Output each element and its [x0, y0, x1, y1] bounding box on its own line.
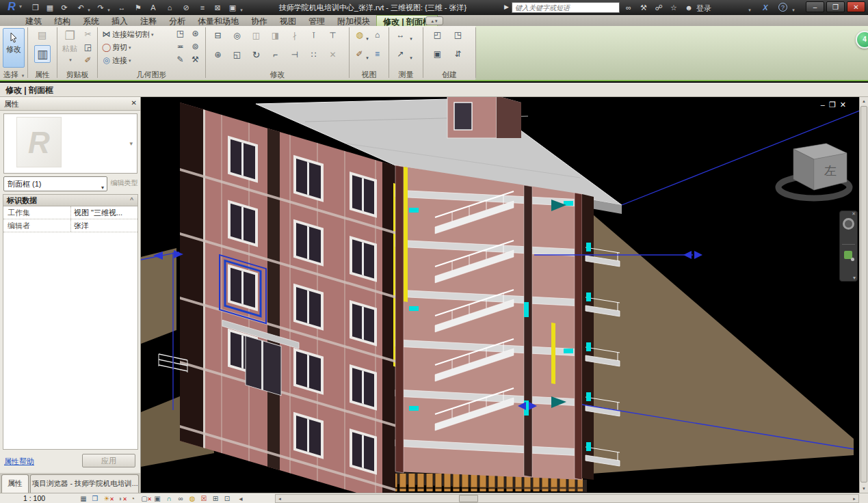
measure-panel-label[interactable]: 测量: [389, 70, 423, 80]
undo-icon[interactable]: ↶: [74, 2, 88, 13]
title-expand-icon[interactable]: ▶: [504, 3, 509, 10]
cut-geometry-button[interactable]: ◯ 剪切▾: [101, 41, 131, 54]
communication-center-icon[interactable]: ☍: [651, 2, 666, 13]
identity-data-header[interactable]: 标识数据 ^: [3, 195, 137, 206]
minimize-button[interactable]: –: [806, 1, 824, 12]
close-button[interactable]: ✕: [847, 1, 865, 12]
join-geometry-button[interactable]: ◎ 连接▾: [101, 54, 131, 67]
properties-palette-icon[interactable]: ▥: [34, 45, 51, 63]
create-parts-icon[interactable]: ▣: [432, 49, 443, 60]
tab-insert[interactable]: 插入: [105, 15, 134, 26]
delete-icon[interactable]: ✕: [327, 49, 339, 61]
navigation-bar[interactable]: ✕ ▾: [839, 210, 858, 282]
vcb-collapse-icon[interactable]: ◂: [235, 494, 246, 503]
undo-caret-icon[interactable]: ▾: [86, 5, 92, 16]
tab-architecture[interactable]: 建筑: [19, 15, 48, 26]
measure-between-refs-icon[interactable]: ↗: [395, 49, 406, 60]
viewcube-face-label[interactable]: 左: [824, 164, 837, 178]
measure-along-element-icon[interactable]: ↔: [395, 29, 406, 41]
type-preview[interactable]: R ▾: [3, 113, 137, 174]
app-menu-caret-icon[interactable]: ▾: [19, 3, 22, 10]
section-icon[interactable]: ⊘: [179, 2, 193, 13]
type-properties-icon[interactable]: ▤: [36, 29, 48, 41]
type-selector[interactable]: 剖面框 (1) ▾: [3, 176, 107, 191]
sign-in-button[interactable]: 登录: [696, 3, 711, 14]
align-icon[interactable]: ⊟: [212, 30, 224, 42]
cope-icon[interactable]: ⊚: [189, 41, 201, 53]
redo-icon[interactable]: ↷: [94, 2, 107, 13]
modify-button[interactable]: 修改: [3, 28, 25, 68]
property-row-workset[interactable]: 工作集 视图 "三维视...: [3, 206, 137, 219]
tab-addins[interactable]: 附加模块: [331, 15, 376, 26]
view-close-icon[interactable]: ✕: [840, 100, 850, 109]
navbar-chevron-icon[interactable]: ▾: [853, 275, 856, 281]
3d-model-view[interactable]: [141, 97, 868, 493]
detail-level-icon[interactable]: ▦: [78, 494, 89, 503]
scroll-up-icon[interactable]: ▲: [860, 97, 868, 105]
search-input[interactable]: [512, 2, 620, 13]
properties-close-icon[interactable]: ✕: [131, 99, 137, 107]
join-end-cut-button[interactable]: ⋈ 连接端切割▾: [101, 28, 154, 41]
viewcube[interactable]: 左: [773, 137, 855, 202]
tab-structure[interactable]: 结构: [48, 15, 77, 26]
sign-in-caret-icon[interactable]: ▾: [747, 5, 752, 16]
ribbon-collapse-button[interactable]: ▴ ▾: [425, 16, 443, 25]
reveal-hidden-elements-icon[interactable]: ◍: [187, 494, 198, 503]
wall-joins-icon[interactable]: ◳: [174, 28, 186, 40]
hide-elements-icon[interactable]: ◍: [354, 29, 365, 41]
offset-icon[interactable]: ◎: [231, 30, 243, 42]
trim-extend-single-icon[interactable]: ⊣: [289, 49, 300, 61]
analytical-model-icon[interactable]: ☒: [198, 494, 209, 503]
scroll-left-icon[interactable]: ◂: [276, 495, 284, 502]
array-icon[interactable]: ∷: [308, 49, 319, 61]
apply-button[interactable]: 应用: [82, 454, 135, 467]
tab-properties[interactable]: 属性: [1, 474, 29, 493]
pin-icon[interactable]: ⊤: [327, 30, 339, 42]
building-facade[interactable]: [180, 103, 395, 493]
override-graphics-icon[interactable]: ✐: [354, 49, 365, 60]
show-crop-region-icon[interactable]: ▣: [152, 494, 163, 503]
view-panel-label[interactable]: 视图: [350, 70, 389, 80]
tab-annotate[interactable]: 注释: [134, 15, 163, 26]
user-icon[interactable]: ☻: [681, 2, 696, 13]
beam-joins-icon[interactable]: ⊛: [189, 28, 201, 40]
open-icon[interactable]: ❒: [29, 2, 42, 13]
render-dialog-icon[interactable]: ◔: [127, 494, 138, 503]
horizontal-scrollbar[interactable]: ◂ ▸: [275, 494, 859, 503]
create-assembly-icon[interactable]: ⇵: [452, 49, 464, 60]
displace-elements-icon[interactable]: ⌂: [371, 29, 383, 41]
mirror-pick-axis-icon[interactable]: ◫: [250, 30, 262, 42]
shadows-icon[interactable]: ◑✕: [114, 494, 125, 503]
switch-windows-icon[interactable]: ▣: [226, 2, 239, 13]
move-icon[interactable]: ⊕: [212, 49, 224, 61]
restore-button[interactable]: ❐: [826, 1, 845, 12]
tab-analyze[interactable]: 分析: [163, 15, 192, 26]
view-minimize-icon[interactable]: –: [821, 100, 829, 109]
property-row-edited-by[interactable]: 编辑者 张洋: [3, 219, 137, 232]
text-icon[interactable]: A: [146, 2, 160, 13]
mirror-draw-axis-icon[interactable]: ◨: [269, 30, 281, 42]
create-panel-label[interactable]: 创建: [423, 70, 475, 80]
scale-control[interactable]: 1 : 100: [23, 494, 45, 502]
linework-icon[interactable]: ≡: [371, 49, 383, 60]
geometry-panel-label[interactable]: 几何图形: [98, 70, 205, 80]
navbar-close-icon[interactable]: ✕: [852, 211, 856, 217]
tab-collaborate[interactable]: 协作: [245, 15, 274, 26]
steering-wheel-icon[interactable]: [843, 218, 854, 230]
revit-logo-icon[interactable]: R: [3, 1, 21, 14]
paste-button[interactable]: ❐ 粘贴 ▾: [59, 29, 81, 64]
help-icon[interactable]: ?: [778, 3, 787, 12]
rotate-icon[interactable]: ↻: [250, 49, 262, 61]
sun-path-icon[interactable]: ☀✕: [101, 494, 112, 503]
search-icon[interactable]: ∞: [621, 2, 636, 13]
redo-caret-icon[interactable]: ▾: [106, 5, 111, 16]
thin-lines-icon[interactable]: ≡: [196, 2, 209, 13]
create-group-icon[interactable]: ◰: [432, 29, 443, 41]
properties-palette-titlebar[interactable]: 属性 ✕: [0, 97, 140, 111]
demolish-icon[interactable]: ⚒: [189, 54, 201, 66]
split-element-icon[interactable]: ∤: [289, 30, 300, 42]
properties-panel-label[interactable]: 属性: [28, 70, 57, 80]
horizontal-scrollbar-thumb[interactable]: [459, 495, 478, 502]
subscription-center-icon[interactable]: ⚒: [636, 2, 651, 13]
help-caret-icon[interactable]: ▾: [791, 5, 796, 16]
